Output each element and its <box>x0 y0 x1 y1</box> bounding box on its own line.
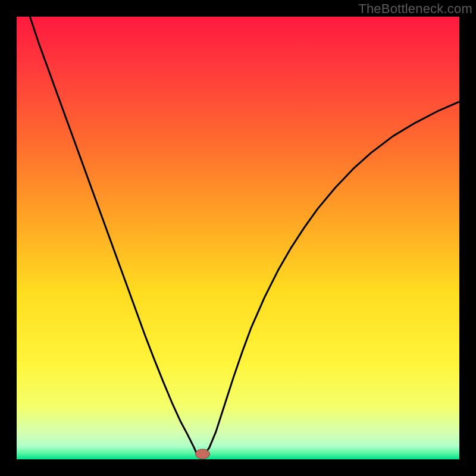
chart-svg <box>17 17 459 459</box>
gradient-background <box>17 17 459 459</box>
minimum-marker <box>196 449 210 459</box>
chart-frame: TheBottleneck.com <box>0 0 476 476</box>
watermark-text: TheBottleneck.com <box>358 1 472 17</box>
plot-area <box>17 17 459 459</box>
